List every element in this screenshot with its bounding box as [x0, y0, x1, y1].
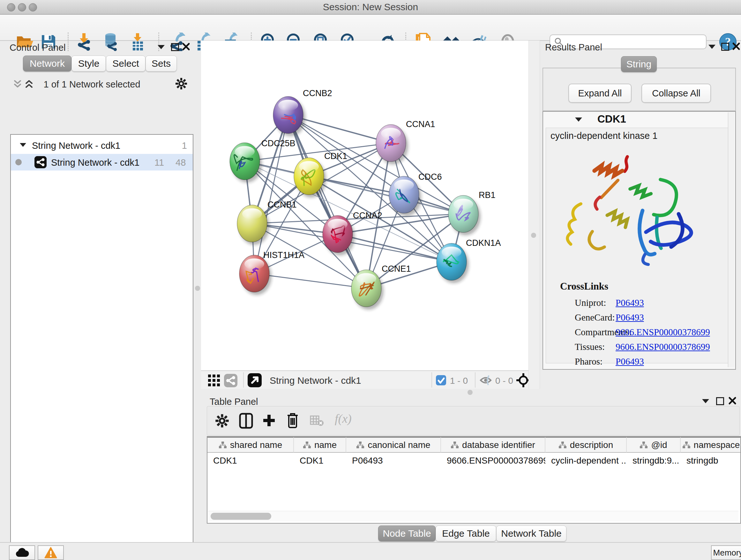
node-label-CDC25B: CDC25B: [261, 138, 295, 148]
tab-style[interactable]: Style: [71, 56, 106, 71]
table-cell[interactable]: CDK1: [207, 453, 294, 468]
tab-sets[interactable]: Sets: [145, 56, 177, 71]
tab-node-table[interactable]: Node Table: [378, 525, 435, 542]
add-column-icon[interactable]: [262, 414, 276, 428]
table-cell[interactable]: stringdb: [681, 453, 741, 468]
network-node-HIST1H1A[interactable]: [239, 255, 272, 295]
network-results-splitter[interactable]: [529, 41, 540, 389]
close-panel-icon[interactable]: [732, 42, 740, 51]
network-state-dot-icon: [15, 159, 22, 165]
network-node-RB1[interactable]: [448, 195, 481, 235]
zoom-window-button[interactable]: [29, 3, 37, 11]
node-table: shared name name canonical name database…: [207, 436, 741, 523]
panel-menu-icon[interactable]: [158, 45, 165, 49]
hidden-count: 0 - 0: [495, 376, 513, 386]
network-node-CDKN1A[interactable]: [436, 243, 469, 283]
network-node-CCNE1[interactable]: [351, 270, 384, 310]
network-canvas[interactable]: CCNB2CCNA1CDC25BCDK1CDC6RB1CCNB1CCNA2CDK…: [201, 41, 529, 370]
panel-menu-icon[interactable]: [709, 45, 716, 49]
network-collection-row[interactable]: String Network - cdk1 1: [11, 137, 193, 154]
birds-eye-grid-icon[interactable]: [208, 374, 220, 387]
column-header-database-identifier[interactable]: database identifier: [441, 437, 545, 453]
table-settings-gear-icon[interactable]: [215, 414, 229, 428]
left-splitter-handle[interactable]: [195, 286, 200, 291]
collapse-all-networks-icon[interactable]: [12, 78, 23, 89]
gene-details: cyclin-dependent kinase 1: [546, 128, 728, 363]
table-cell[interactable]: 9606.ENSP00000378699: [441, 453, 545, 468]
column-header-namespace[interactable]: namespace: [681, 437, 741, 453]
window-title: Session: New Session: [323, 2, 418, 12]
expand-all-networks-icon[interactable]: [23, 78, 35, 89]
collapse-gene-section-icon[interactable]: [575, 118, 582, 122]
float-panel-icon[interactable]: [721, 43, 729, 51]
minimize-window-button[interactable]: [18, 3, 26, 11]
column-header-id[interactable]: @id: [627, 437, 681, 453]
collapse-collection-icon[interactable]: [20, 143, 26, 147]
column-header-shared-name[interactable]: shared name: [207, 437, 294, 453]
pharos-link[interactable]: P06493: [616, 356, 644, 367]
tab-select[interactable]: Select: [106, 56, 145, 71]
column-header-description[interactable]: description: [545, 437, 627, 453]
gene-results-box: CDK1 cyclin-dependent kinase 1: [542, 111, 736, 370]
float-panel-icon[interactable]: [171, 43, 179, 51]
network-row-label: String Network - cdk1: [51, 158, 139, 168]
hidden-eye-slash-icon[interactable]: [479, 375, 492, 386]
scrollbar-thumb[interactable]: [211, 513, 271, 520]
warnings-button[interactable]: [38, 545, 64, 560]
collection-count: 1: [182, 140, 187, 151]
cloud-status-button[interactable]: [9, 545, 35, 560]
close-panel-icon[interactable]: [182, 43, 190, 51]
network-node-CCNB1[interactable]: [237, 205, 269, 245]
network-node-CCNA2[interactable]: [323, 215, 355, 255]
table-horizontal-scrollbar[interactable]: [208, 511, 738, 521]
results-panel: Results Panel String Expand All Collapse…: [539, 41, 741, 389]
table-cell[interactable]: CDK1: [294, 453, 346, 468]
table-toolbar: f(x): [207, 406, 740, 435]
column-header-name[interactable]: name: [294, 437, 346, 453]
expand-all-button[interactable]: Expand All: [568, 84, 631, 103]
network-row-selected[interactable]: String Network - cdk1 11 48: [11, 154, 193, 171]
collapse-all-button[interactable]: Collapse All: [642, 84, 711, 103]
network-graph[interactable]: CCNB2CCNA1CDC25BCDK1CDC6RB1CCNB1CCNA2CDK…: [201, 41, 529, 370]
main-toolbar: ?: [0, 15, 741, 41]
uniprot-link[interactable]: P06493: [616, 298, 644, 308]
crosslinks-values: P06493 P06493 9606.ENSP00000378699 9606.…: [616, 295, 710, 369]
table-cell[interactable]: stringdb:9...: [627, 453, 681, 468]
function-builder-button: f(x): [335, 412, 352, 426]
right-splitter-handle[interactable]: [531, 233, 536, 238]
network-view-toolbar: String Network - cdk1 1 - 0 0 - 0: [201, 370, 529, 389]
tab-string-results[interactable]: String: [621, 56, 657, 72]
tab-network[interactable]: Network: [23, 56, 71, 71]
delete-column-icon[interactable]: [286, 412, 299, 429]
selected-checkbox-icon[interactable]: [436, 375, 446, 385]
float-panel-icon[interactable]: [716, 397, 724, 405]
table-cell[interactable]: P06493: [346, 453, 441, 468]
open-in-window-button[interactable]: [248, 373, 262, 387]
tissues-link[interactable]: 9606.ENSP00000378699: [616, 341, 710, 352]
node-label-HIST1H1A: HIST1H1A: [263, 250, 305, 260]
collection-label: String Network - cdk1: [32, 140, 120, 151]
genecard-link[interactable]: P06493: [616, 312, 644, 322]
network-node-CCNA1[interactable]: [376, 125, 408, 165]
memory-button[interactable]: Memory: [711, 545, 741, 560]
table-cell[interactable]: cyclin-dependent ...: [545, 453, 627, 468]
column-header-canonical-name[interactable]: canonical name: [346, 437, 441, 453]
compartments-link[interactable]: 9606.ENSP00000378699: [616, 327, 710, 337]
network-node-CCNB2[interactable]: [273, 97, 306, 136]
control-panel: Control Panel Network Style Select Sets …: [3, 41, 194, 539]
selected-count: 1 - 0: [450, 376, 468, 386]
close-window-button[interactable]: [7, 3, 15, 11]
network-options-gear-icon[interactable]: [175, 77, 188, 90]
node-label-CDKN1A: CDKN1A: [466, 238, 501, 248]
results-scrollbar[interactable]: [728, 112, 735, 367]
node-count: 11: [154, 158, 164, 168]
show-columns-icon[interactable]: [239, 413, 253, 429]
tab-network-table[interactable]: Network Table: [496, 525, 566, 542]
title-bar: Session: New Session: [0, 0, 741, 15]
panel-menu-icon[interactable]: [702, 399, 709, 403]
string-view-icon[interactable]: [224, 374, 238, 387]
tab-edge-table[interactable]: Edge Table: [435, 525, 496, 542]
close-panel-icon[interactable]: [728, 396, 737, 405]
horizontal-splitter-handle[interactable]: [468, 390, 473, 395]
network-node-CDK1[interactable]: [294, 158, 326, 198]
